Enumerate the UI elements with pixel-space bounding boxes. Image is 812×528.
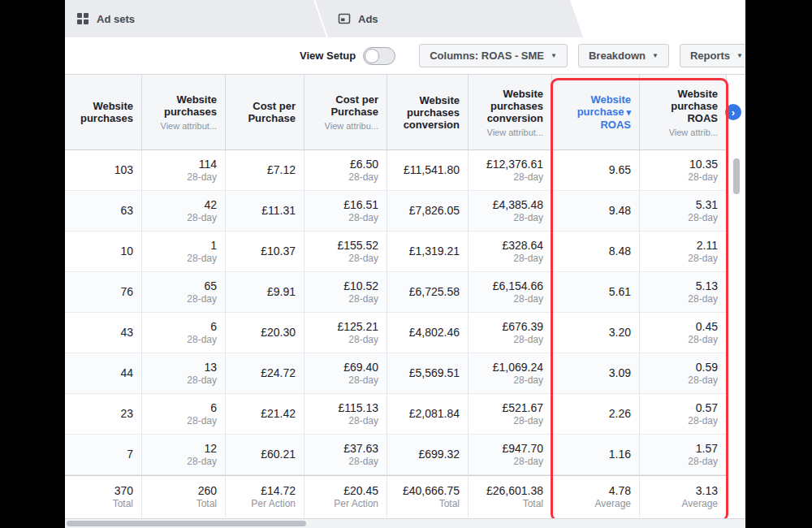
table-cell: 0.5728-day bbox=[640, 394, 727, 434]
cell-subtitle: 28-day bbox=[348, 253, 378, 265]
table-cell: 10.3528-day bbox=[640, 150, 727, 190]
cell-value: 9.48 bbox=[609, 204, 631, 218]
table-cell: £12,376.6128-day bbox=[469, 150, 552, 190]
cell-value: £26,601.38 bbox=[486, 484, 543, 498]
tab-ads[interactable]: Ads bbox=[315, 0, 583, 37]
breakdown-button[interactable]: Breakdown ▼ bbox=[578, 44, 669, 67]
cell-value: 65 bbox=[204, 279, 217, 293]
cell-value: £14.72 bbox=[261, 484, 296, 498]
table-row[interactable]: 634228-day£11.31£16.5128-day£7,826.05£4,… bbox=[65, 191, 727, 232]
table-row[interactable]: 441328-day£24.72£69.4028-day£5,569.51£1,… bbox=[65, 353, 727, 394]
cell-subtitle: 28-day bbox=[348, 293, 378, 305]
column-header-0[interactable]: Website purchases bbox=[65, 75, 142, 149]
column-subtitle: View attribut... bbox=[487, 128, 544, 137]
table-cell: £328.6428-day bbox=[469, 232, 552, 271]
table-row[interactable]: 71228-day£60.21£37.6328-day£699.32£947.7… bbox=[65, 435, 727, 475]
cell-value: 114 bbox=[199, 158, 217, 171]
table-row[interactable]: 10128-day£10.37£155.5228-day£1,319.21£32… bbox=[65, 232, 727, 272]
table-cell: £6,154.6628-day bbox=[469, 272, 552, 312]
table-cell: 23 bbox=[65, 394, 142, 434]
table-cell: £9.91 bbox=[226, 272, 304, 312]
cell-value: £4,802.46 bbox=[409, 326, 460, 340]
scroll-columns-right-button[interactable]: › bbox=[725, 104, 741, 120]
columns-button[interactable]: Columns: ROAS - SME ▼ bbox=[419, 44, 568, 67]
table-cell: 3.09 bbox=[552, 353, 640, 393]
table-cell: £6.5028-day bbox=[304, 150, 387, 190]
reports-button[interactable]: Reports ▼ bbox=[680, 44, 745, 67]
table-cell: £60.21 bbox=[226, 435, 304, 474]
table-cell: 628-day bbox=[142, 394, 226, 434]
cell-value: £10.37 bbox=[261, 245, 296, 258]
cell-value: 1.16 bbox=[609, 448, 631, 461]
cell-value: £37.63 bbox=[343, 442, 378, 456]
table-row[interactable]: 43628-day£20.30£125.2128-day£4,802.46£67… bbox=[65, 313, 727, 353]
cell-subtitle: 28-day bbox=[348, 334, 378, 346]
table-cell: 628-day bbox=[142, 313, 226, 353]
column-header-4[interactable]: Website purchases conversion bbox=[387, 75, 469, 149]
table-cell: 1.5728-day bbox=[640, 435, 727, 474]
table-cell: £676.3928-day bbox=[469, 313, 552, 353]
cell-value: £699.32 bbox=[418, 448, 460, 461]
table-row[interactable]: 766528-day£9.91£10.5228-day£6,725.58£6,1… bbox=[65, 272, 727, 313]
cell-subtitle: 28-day bbox=[513, 253, 543, 265]
column-header-7[interactable]: Website purchase ROASView attrib... bbox=[640, 75, 727, 149]
cell-value: 6 bbox=[210, 320, 217, 334]
table-cell: £699.32 bbox=[387, 435, 469, 474]
cell-subtitle: 28-day bbox=[688, 456, 718, 468]
cell-subtitle: Average bbox=[682, 498, 718, 510]
horizontal-scrollbar[interactable] bbox=[65, 518, 745, 528]
cell-value: £7,826.05 bbox=[409, 204, 460, 218]
cell-subtitle: 28-day bbox=[688, 171, 718, 184]
table-cell: £21.42 bbox=[226, 394, 304, 434]
table-cell: 6528-day bbox=[142, 272, 226, 312]
cell-value: £20.30 bbox=[261, 326, 296, 340]
horizontal-scrollbar-thumb[interactable] bbox=[67, 521, 306, 526]
vertical-scrollbar-thumb[interactable] bbox=[733, 158, 740, 194]
cell-value: £21.42 bbox=[261, 407, 296, 421]
table-cell: £11.31 bbox=[226, 191, 304, 231]
reports-button-label: Reports bbox=[690, 50, 730, 62]
cell-subtitle: 28-day bbox=[187, 374, 217, 387]
cell-value: 103 bbox=[114, 163, 133, 177]
cell-subtitle: 28-day bbox=[688, 374, 718, 387]
table-cell: 7 bbox=[65, 435, 142, 474]
table-cell: 0.5928-day bbox=[640, 353, 727, 393]
table-total-row: 370Total260Total£14.72Per Action£20.45Pe… bbox=[65, 475, 727, 517]
cell-value: £60.21 bbox=[261, 448, 296, 461]
cell-subtitle: Total bbox=[523, 498, 543, 510]
table-cell: £10.37 bbox=[226, 232, 304, 271]
cell-value: 10.35 bbox=[689, 158, 718, 171]
column-title: Cost per Purchase bbox=[313, 93, 378, 118]
column-header-6[interactable]: Website purchase▾ROAS bbox=[552, 75, 640, 149]
table-body: 10311428-day£7.12£6.5028-day£11,541.80£1… bbox=[65, 150, 727, 517]
table-cell: 43 bbox=[65, 313, 142, 353]
tab-ad-sets[interactable]: Ad sets bbox=[65, 0, 326, 37]
table-cell: 5.1328-day bbox=[640, 272, 727, 312]
table-total-cell: £20.45Per Action bbox=[304, 476, 387, 517]
table-row[interactable]: 10311428-day£7.12£6.5028-day£11,541.80£1… bbox=[65, 150, 727, 191]
table-row[interactable]: 23628-day£21.42£115.1328-day£2,081.84£52… bbox=[65, 394, 727, 435]
cell-subtitle: Per Action bbox=[251, 498, 296, 510]
toolbar: View Setup Columns: ROAS - SME ▼ Breakdo… bbox=[65, 37, 745, 75]
screen: Ad sets Ads View Setup Columns: ROAS - S… bbox=[0, 0, 812, 528]
view-setup-toggle[interactable] bbox=[363, 47, 395, 65]
table-cell: £11,541.80 bbox=[387, 150, 469, 190]
cell-subtitle: 28-day bbox=[513, 374, 543, 387]
table-cell: £1,069.2428-day bbox=[469, 353, 552, 393]
column-header-2[interactable]: Cost per Purchase bbox=[226, 75, 304, 149]
cell-value: £1,069.24 bbox=[493, 361, 543, 374]
chevron-down-icon: ▼ bbox=[652, 52, 659, 59]
table-cell: 63 bbox=[65, 191, 142, 231]
cell-subtitle: 28-day bbox=[688, 334, 718, 346]
column-title: Website purchases conversion bbox=[477, 88, 543, 124]
column-header-3[interactable]: Cost per PurchaseView attribu... bbox=[304, 75, 387, 149]
cell-value: 2.26 bbox=[609, 407, 631, 421]
column-header-5[interactable]: Website purchases conversionView attribu… bbox=[469, 75, 552, 149]
column-header-1[interactable]: Website purchasesView attribut... bbox=[142, 75, 226, 149]
cell-subtitle: 28-day bbox=[513, 415, 543, 427]
table-cell: 10 bbox=[65, 232, 142, 271]
cell-value: 76 bbox=[120, 285, 133, 299]
table-cell: 1228-day bbox=[142, 435, 226, 474]
cell-value: £521.67 bbox=[502, 401, 543, 415]
cell-value: £6.50 bbox=[350, 158, 378, 171]
